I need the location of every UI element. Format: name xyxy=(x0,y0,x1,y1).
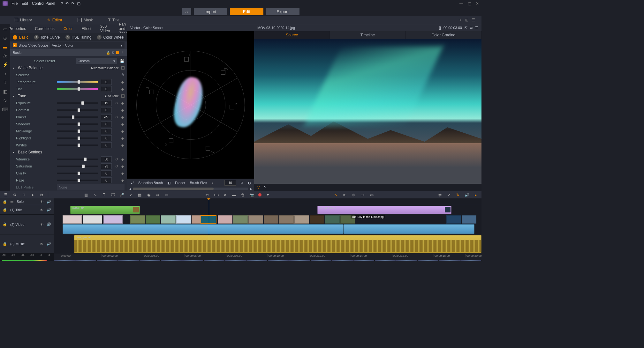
keyframe-icon[interactable]: ◆ xyxy=(121,101,125,105)
whites-input[interactable] xyxy=(101,142,112,148)
brush-icon[interactable]: 🖌 xyxy=(130,181,134,185)
menu-icon[interactable]: ⋮ xyxy=(121,51,125,55)
toggle-icon[interactable]: ● xyxy=(30,193,35,197)
chevron-down-icon[interactable]: ▾ xyxy=(265,193,270,197)
histogram-icon[interactable]: ▥ xyxy=(84,193,89,197)
music-icon[interactable]: ♪ xyxy=(2,71,8,77)
doc-icon[interactable]: ▢ xyxy=(77,1,80,6)
video-thumb[interactable] xyxy=(63,215,82,224)
pointer-icon[interactable]: ↖ xyxy=(263,185,267,189)
shadows-input[interactable] xyxy=(101,121,112,127)
lock-icon[interactable]: 🔒 xyxy=(3,200,7,204)
video-thumb[interactable] xyxy=(248,215,263,224)
import-button[interactable]: Import xyxy=(194,8,227,15)
settings-icon[interactable]: ⚙ xyxy=(12,193,17,197)
lut-select[interactable]: None xyxy=(57,184,125,190)
clapperboard-icon[interactable]: ▬ xyxy=(231,193,237,197)
zoom-thumbnails[interactable] xyxy=(54,260,481,261)
keyboard-icon[interactable]: ⌨ xyxy=(2,107,8,112)
shadows-slider[interactable] xyxy=(57,123,98,125)
eraser-icon[interactable]: ◧ xyxy=(167,181,170,185)
keyframe-icon[interactable]: ◆ xyxy=(121,172,125,175)
popout-icon[interactable]: ⇱ xyxy=(465,26,467,30)
fx-icon[interactable]: fx xyxy=(2,53,8,59)
grid-icon[interactable]: ⊞ xyxy=(465,18,468,22)
undo-icon[interactable]: ↶ xyxy=(65,1,69,6)
speaker-icon[interactable]: 🔊 xyxy=(47,208,51,212)
whites-slider[interactable] xyxy=(57,144,98,146)
tracks-icon[interactable]: ☰ xyxy=(3,193,8,197)
video-thumb[interactable] xyxy=(233,215,248,224)
trim-in-icon[interactable]: ⇤ xyxy=(342,193,347,197)
h-scroll[interactable]: ◂ ▸ xyxy=(127,187,254,191)
preset-select[interactable]: Custom▾ xyxy=(76,58,117,64)
speaker-icon[interactable]: 🔊 xyxy=(47,200,51,204)
colortab-colorwheel[interactable]: 4Color Wheel xyxy=(97,35,124,40)
wand-icon[interactable]: ✧ xyxy=(459,18,462,22)
vibrance-input[interactable] xyxy=(101,156,112,162)
speaker-icon[interactable]: 🔊 xyxy=(464,193,469,197)
tab-mask[interactable]: Mask xyxy=(70,16,101,24)
save-preset-icon[interactable]: 💾 xyxy=(120,59,125,63)
subtab-properties[interactable]: Properties xyxy=(9,26,26,31)
keyframe-icon[interactable]: ◆ xyxy=(121,115,125,119)
video-thumb[interactable] xyxy=(325,215,340,224)
tint-slider[interactable] xyxy=(57,88,98,90)
menu-file[interactable]: File xyxy=(11,1,18,6)
contrast-input[interactable] xyxy=(101,107,112,113)
camera-icon[interactable]: 📷 xyxy=(249,193,254,197)
text-icon[interactable]: T xyxy=(2,80,8,85)
highlights-input[interactable] xyxy=(101,135,112,141)
shapes-icon[interactable]: ◧ xyxy=(2,89,8,94)
home-button[interactable]: ⌂ xyxy=(182,8,191,15)
eye-icon[interactable]: 👁 xyxy=(40,200,43,204)
eyedropper-icon[interactable]: ✎ xyxy=(121,73,125,77)
ptab-colorgrading[interactable]: Color Grading xyxy=(406,31,481,39)
clip-title-1[interactable]: BlankTitle xyxy=(70,206,140,214)
mic-icon[interactable]: 🎤 xyxy=(119,193,125,197)
tab-library[interactable]: Library xyxy=(6,16,40,24)
colortab-tonecurve[interactable]: 2Tone Curve xyxy=(34,35,60,40)
expand-icon[interactable]: ⊕ xyxy=(351,193,356,197)
close-icon[interactable]: ✕ xyxy=(476,1,479,6)
keyframe-icon[interactable]: ◆ xyxy=(121,122,125,126)
music-track-body[interactable]: bmx_ya-ha! xyxy=(54,234,481,254)
blacks-slider[interactable] xyxy=(57,116,98,118)
scope-type-select[interactable]: Vector - Color ▾ xyxy=(50,42,125,48)
redo-icon[interactable]: ↷ xyxy=(71,1,74,6)
exposure-input[interactable] xyxy=(101,100,112,106)
track-icon[interactable]: ▭ xyxy=(10,200,13,204)
clip-video-2[interactable] xyxy=(344,224,474,234)
section-tone[interactable]: Tone Auto Tone xyxy=(10,93,127,100)
tint-input[interactable] xyxy=(101,86,112,92)
menu-edit[interactable]: Edit xyxy=(21,1,28,6)
clarity-input[interactable] xyxy=(101,170,112,176)
ptab-source[interactable]: Source xyxy=(254,31,330,39)
copy-icon[interactable]: ⧉ xyxy=(112,51,114,55)
keyframe-icon[interactable]: ◆ xyxy=(121,158,125,161)
menu-controlpanel[interactable]: Control Panel xyxy=(32,1,55,6)
lock-icon[interactable]: 🔒 xyxy=(3,242,7,246)
bars-icon[interactable]: ☰ xyxy=(472,18,475,22)
scroll-right-icon[interactable]: ▸ xyxy=(250,187,252,191)
globe-icon[interactable]: ⊕ xyxy=(2,35,8,41)
help-icon[interactable]: ? xyxy=(61,1,63,6)
video-thumb[interactable] xyxy=(279,215,294,224)
eye-icon[interactable]: 👁 xyxy=(40,242,43,246)
eye-icon[interactable]: 👁 xyxy=(40,208,43,212)
video-thumb[interactable] xyxy=(103,215,123,224)
video-thumb[interactable] xyxy=(146,215,160,224)
crop-icon[interactable]: ▭ xyxy=(369,193,374,197)
vibrance-slider[interactable] xyxy=(57,159,98,160)
arrowup-icon[interactable]: ↗ xyxy=(446,193,451,197)
midrange-input[interactable] xyxy=(101,128,112,134)
reset-icon[interactable]: ↺ xyxy=(114,115,119,119)
keyframe-icon[interactable]: ◆ xyxy=(121,144,125,147)
lock-icon[interactable]: 🔒 xyxy=(106,51,110,55)
colortab-hsl[interactable]: 3HSL Tuning xyxy=(65,35,91,40)
maximize-icon[interactable]: ▢ xyxy=(468,1,471,6)
exposure-slider[interactable] xyxy=(57,102,98,104)
midrange-slider[interactable] xyxy=(57,130,98,132)
props-scroll[interactable]: Select Preset Custom▾ 💾 White Balance Au… xyxy=(10,56,127,191)
keyframe-icon[interactable]: ◆ xyxy=(121,179,125,182)
